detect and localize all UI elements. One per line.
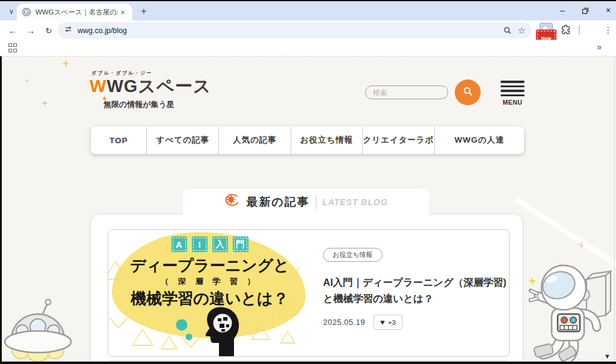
post-meta: 2025.05.19 ♥ +3 [323, 315, 402, 330]
heart-icon: ♥ [380, 318, 385, 327]
ai-badge: A [171, 236, 187, 252]
content-panel: A I 入 門 ディープラーニングと （ 深 層 学 習 ） 機械学習の違いとは… [91, 214, 523, 362]
logo-text: WWGスペース [90, 76, 211, 96]
image-title-line3: 機械学習の違いとは？ [108, 288, 311, 309]
logo-furigana: ダブル・ダブル・ジー [91, 70, 211, 76]
ai-badge: 入 [212, 236, 228, 252]
blog-card-body: お役立ち情報 AI入門｜ディープラーニング（深層学習)と機械学習の違いとは？ 2… [311, 230, 510, 356]
maximize-button[interactable] [576, 1, 594, 19]
browser-menu-icon[interactable]: ⋮ [601, 23, 615, 37]
image-badge-row: A I 入 門 [108, 236, 311, 252]
webpage: ダブル・ダブル・ジー WWGスペース 無限の情報が集う星 MENU TOP すべ… [0, 56, 616, 362]
blog-card[interactable]: A I 入 門 ディープラーニングと （ 深 層 学 習 ） 機械学習の違いとは… [108, 229, 510, 357]
head-silhouette-illustration [172, 307, 250, 356]
section-divider [316, 195, 316, 209]
category-tag[interactable]: お役立ち情報 [323, 248, 383, 262]
main-nav: TOP すべての記事 人気の記事 お役立ち情報 クリエイターラボ WWGの人達 [91, 126, 524, 154]
site-favicon-icon [22, 7, 31, 17]
logo-rest: WGスペース [106, 76, 211, 96]
sparkle-icon [62, 60, 70, 67]
menu-bar [500, 90, 525, 92]
forward-button[interactable]: → [23, 23, 38, 39]
nav-item-wwg-people[interactable]: WWGの人達 [434, 126, 524, 154]
menu-bar [500, 85, 525, 88]
toolbar-divider [579, 25, 580, 35]
page-zoom-icon[interactable] [503, 26, 512, 35]
logo-first-letter: W [90, 76, 106, 96]
post-title-link[interactable]: AI入門｜ディープラーニング（深層学習)と機械学習の違いとは？ [323, 274, 507, 307]
tab-strip: ∨ WWGスペース｜名古屋のホームペー × + – × [0, 1, 616, 20]
site-info-icon[interactable] [64, 25, 73, 36]
bookmark-star-icon[interactable]: ☆ [518, 25, 526, 36]
search-input[interactable] [365, 85, 448, 99]
extensions-puzzle-icon[interactable] [561, 24, 571, 37]
astronaut-illustration [529, 258, 613, 362]
search-button[interactable] [455, 79, 481, 105]
like-count: +3 [388, 319, 396, 326]
blog-card-image[interactable]: A I 入 門 ディープラーニングと （ 深 層 学 習 ） 機械学習の違いとは… [108, 230, 311, 356]
search-icon [463, 86, 473, 99]
image-title-line1: ディープラーニングと [108, 255, 311, 276]
post-date: 2025.05.19 [323, 318, 365, 327]
browser-window: ∨ WWGスペース｜名古屋のホームペー × + – × ← → ↻ wwg.co… [0, 1, 616, 362]
like-button[interactable]: ♥ +3 [374, 315, 402, 330]
logo-tagline: 無限の情報が集う星 [103, 99, 211, 110]
comet-star-icon [224, 194, 240, 211]
close-window-button[interactable]: × [599, 1, 616, 19]
menu-button[interactable]: MENU [500, 81, 525, 106]
browser-toolbar: ← → ↻ wwg.co.jp/blog ☆ New ⋮ [0, 20, 616, 40]
next-card-edge [108, 360, 508, 362]
ai-badge: 門 [233, 236, 248, 252]
nav-item-useful-info[interactable]: お役立ち情報 [291, 126, 363, 154]
section-tab-latest[interactable]: 最新の記事 LATEST BLOG [182, 188, 430, 216]
url-bar[interactable]: wwg.co.jp/blog ☆ [58, 22, 532, 39]
sparkle-icon [42, 100, 48, 106]
menu-label: MENU [500, 99, 525, 106]
new-tab-button[interactable]: + [137, 5, 150, 18]
nav-item-popular[interactable]: 人気の記事 [218, 126, 291, 154]
tab-search-button[interactable]: ∨ [5, 5, 18, 18]
url-text[interactable]: wwg.co.jp/blog [78, 26, 497, 35]
chevron-down-icon: ∨ [9, 7, 14, 16]
section-title: 最新の記事 [246, 194, 309, 210]
tab-close-icon[interactable]: × [118, 8, 128, 17]
ai-badge: I [192, 236, 208, 252]
sparkle-icon [25, 78, 29, 83]
nav-item-top[interactable]: TOP [91, 126, 146, 154]
bookmarks-bar: » [0, 40, 616, 57]
ufo-illustration [3, 295, 74, 362]
back-button[interactable]: ← [5, 23, 20, 39]
image-title-line2: （ 深 層 学 習 ） [108, 276, 311, 287]
browser-tab[interactable]: WWGスペース｜名古屋のホームペー × [17, 4, 132, 20]
bookmarks-overflow-icon[interactable]: » [597, 42, 602, 52]
reload-button[interactable]: ↻ [41, 23, 57, 39]
tab-title: WWGスペース｜名古屋のホームペー [35, 8, 118, 17]
menu-bar [500, 81, 525, 83]
nav-item-creator-lab[interactable]: クリエイターラボ [362, 126, 434, 154]
scroll-down-icon[interactable]: ▼ [604, 353, 611, 360]
menu-bar [500, 94, 525, 97]
nav-item-all-articles[interactable]: すべての記事 [146, 126, 218, 154]
extension-new-icon[interactable]: New [537, 22, 555, 38]
section-subtitle: LATEST BLOG [322, 197, 388, 207]
site-logo[interactable]: ダブル・ダブル・ジー WWGスペース 無限の情報が集う星 [90, 70, 211, 110]
minimize-button[interactable]: – [553, 1, 571, 19]
apps-grid-icon[interactable] [8, 43, 17, 52]
